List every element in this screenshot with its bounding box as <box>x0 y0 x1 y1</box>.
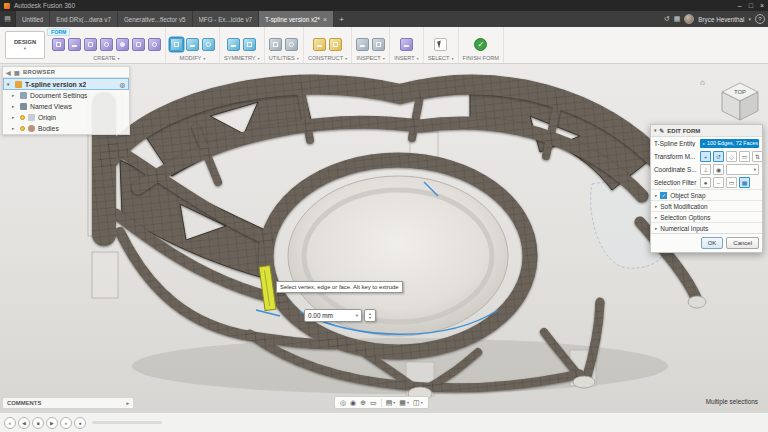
create-box-icon[interactable] <box>52 38 65 51</box>
model-viewport[interactable]: ◀ ▦ BROWSER ▾ T-spline version x2 ◎ ▸ Do… <box>0 64 768 412</box>
app-grid-icon[interactable]: ▦ <box>674 15 681 23</box>
help-icon[interactable]: ? <box>755 14 765 24</box>
finish-form-button[interactable]: FINISH FORM <box>463 53 499 61</box>
view-space-button[interactable]: ◉ <box>713 164 724 175</box>
maximize-button[interactable]: □ <box>749 0 753 11</box>
timeline-marker[interactable]: ● <box>74 417 86 429</box>
caret-right-icon[interactable]: ▸ <box>12 93 17 98</box>
zoom-icon[interactable]: ⊕ <box>360 399 366 407</box>
data-panel-toggle[interactable]: ▤ <box>0 11 16 27</box>
job-status-icon[interactable]: ↺ <box>664 15 670 23</box>
workspace-switcher[interactable]: DESIGN ▾ <box>5 31 45 59</box>
cancel-button[interactable]: Cancel <box>726 237 759 249</box>
finish-form-icon[interactable]: ✓ <box>474 38 487 51</box>
tab-mfg[interactable]: MFG - Ex...icide v7 <box>193 11 260 27</box>
create-sphere-icon[interactable] <box>100 38 113 51</box>
close-button[interactable]: × <box>760 0 764 11</box>
rotate-mode-button[interactable]: ↺ <box>713 151 724 162</box>
create-cylinder-icon[interactable] <box>84 38 97 51</box>
measure-icon[interactable] <box>356 38 369 51</box>
expand-comments-icon[interactable]: ▸ <box>126 400 129 406</box>
home-view-icon[interactable]: ⌂ <box>700 78 705 87</box>
create-pipe-icon[interactable] <box>132 38 145 51</box>
construct-axis-icon[interactable] <box>329 38 342 51</box>
create-quadball-icon[interactable] <box>148 38 161 51</box>
display-settings-icon[interactable]: ◎ <box>120 81 125 88</box>
insert-menu[interactable]: INSERT▾ <box>394 53 419 61</box>
symmetry-menu[interactable]: SYMMETRY▾ <box>224 53 260 61</box>
insert-mesh-icon[interactable] <box>400 38 413 51</box>
all-filter-button[interactable]: ▦ <box>739 177 750 188</box>
viewcube-cube[interactable]: TOP <box>714 76 762 124</box>
timeline-stop-button[interactable]: ■ <box>32 417 44 429</box>
dimension-input[interactable]: 0.00 mm ▾ <box>304 309 362 322</box>
inspect-menu[interactable]: INSPECT▾ <box>356 53 384 61</box>
timeline-step-back-button[interactable]: ◀ <box>18 417 30 429</box>
look-at-icon[interactable]: ◉ <box>350 399 356 407</box>
object-snap-checkbox[interactable]: ✓ <box>660 192 667 199</box>
timeline-skip-start-button[interactable]: « <box>4 417 16 429</box>
insert-edge-icon[interactable] <box>186 38 199 51</box>
select-cursor-icon[interactable] <box>434 38 447 51</box>
timeline-skip-end-button[interactable]: » <box>60 417 72 429</box>
viewcube[interactable]: ⌂ TOP <box>700 76 762 124</box>
tab-tspline-active[interactable]: T-spline version x2* × <box>259 11 334 27</box>
timeline-track[interactable] <box>92 421 162 424</box>
selection-options-section[interactable]: ▸ Selection Options <box>651 211 762 222</box>
mirror-internal-icon[interactable] <box>227 38 240 51</box>
tab-untitled[interactable]: Untitled <box>16 11 50 27</box>
minimize-button[interactable]: – <box>738 0 742 11</box>
tab-generative[interactable]: Generative...flector v5 <box>118 11 193 27</box>
select-menu[interactable]: SELECT▾ <box>428 53 454 61</box>
modify-menu[interactable]: MODIFY▾ <box>180 53 206 61</box>
fit-icon[interactable]: ▭ <box>370 399 377 407</box>
browser-root-item[interactable]: ▾ T-spline version x2 ◎ <box>3 78 129 90</box>
repair-body-icon[interactable] <box>285 38 298 51</box>
construct-plane-icon[interactable] <box>313 38 326 51</box>
multi-mode-button[interactable]: ⇅ <box>752 151 763 162</box>
world-space-button[interactable]: ⊥ <box>700 164 711 175</box>
caret-right-icon[interactable]: ▸ <box>12 115 17 120</box>
context-tab-form[interactable]: FORM <box>47 28 70 36</box>
ok-button[interactable]: OK <box>701 237 724 249</box>
circular-internal-icon[interactable] <box>243 38 256 51</box>
avatar[interactable] <box>684 14 694 24</box>
entity-selection-chip[interactable]: ▸ 100 Edges, 72 Faces <box>700 139 759 148</box>
translate-mode-button[interactable]: + <box>700 151 711 162</box>
soft-modification-section[interactable]: ▸ Soft Modification <box>651 200 762 211</box>
transform-mode-button[interactable]: ▭ <box>739 151 750 162</box>
browser-item-document-settings[interactable]: ▸ Document Settings <box>3 90 129 101</box>
scale-mode-button[interactable]: ◇ <box>726 151 737 162</box>
caret-right-icon[interactable]: ▸ <box>12 126 17 131</box>
visibility-bulb-icon[interactable] <box>20 115 25 120</box>
section-analysis-icon[interactable] <box>372 38 385 51</box>
user-name[interactable]: Bryce Heventhal <box>698 16 744 23</box>
edit-form-tool-active[interactable] <box>170 38 183 51</box>
edit-form-header[interactable]: ▾ ✎ EDIT FORM <box>651 125 762 137</box>
viewports-menu[interactable]: ◫▾ <box>413 399 423 407</box>
display-mode-icon[interactable] <box>269 38 282 51</box>
numerical-inputs-section[interactable]: ▸ Numerical Inputs <box>651 222 762 233</box>
browser-item-origin[interactable]: ▸ Origin <box>3 112 129 123</box>
new-tab-button[interactable]: + <box>334 11 349 27</box>
spin-down-icon[interactable]: ▾ <box>369 316 371 320</box>
coordinate-space-select[interactable]: ▾ <box>726 164 759 175</box>
orbit-icon[interactable]: ◎ <box>340 399 346 407</box>
create-torus-icon[interactable] <box>116 38 129 51</box>
caret-down-icon[interactable]: ▾ <box>7 82 12 87</box>
vertex-filter-button[interactable]: ● <box>700 177 711 188</box>
comments-panel[interactable]: COMMENTS ▸ <box>2 397 134 409</box>
timeline-play-button[interactable]: ▶ <box>46 417 58 429</box>
tab-close-icon[interactable]: × <box>323 16 327 23</box>
collapse-panel-icon[interactable]: ◀ <box>6 69 11 76</box>
display-settings-menu[interactable]: ▤▾ <box>386 399 396 407</box>
create-plane-icon[interactable] <box>68 38 81 51</box>
caret-right-icon[interactable]: ▸ <box>12 104 17 109</box>
browser-item-named-views[interactable]: ▸ Named Views <box>3 101 129 112</box>
object-snap-section[interactable]: ▸ ✓ Object Snap <box>651 189 762 200</box>
browser-item-bodies[interactable]: ▸ Bodies <box>3 123 129 134</box>
create-menu[interactable]: CREATE▾ <box>93 53 119 61</box>
grid-settings-menu[interactable]: ▦▾ <box>399 399 409 407</box>
dimension-spinner[interactable]: ▴ ▾ <box>364 309 376 322</box>
tab-end-dr[interactable]: End DRx(...dwra v7 <box>50 11 118 27</box>
